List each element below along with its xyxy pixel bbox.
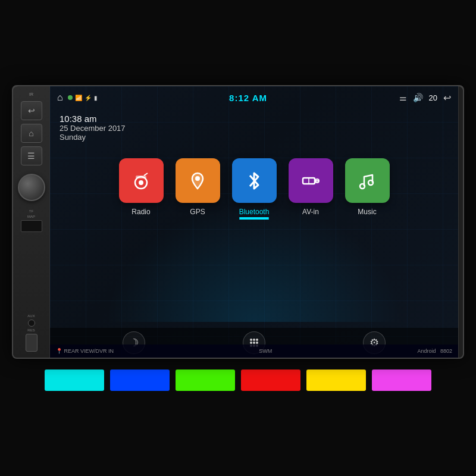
active-underline: [239, 218, 269, 220]
avin-icon-box: [289, 158, 333, 203]
svg-point-1: [139, 180, 143, 185]
swatch-cyan[interactable]: [45, 369, 104, 391]
status-bar: ⌂ 📶 ⚡ ▮ 8:12 AM ⚌ 🔊 20 ↩: [50, 86, 458, 109]
left-panel: IR ↩ ⌂ ☰ TF MAP AUX RES: [13, 86, 50, 358]
svg-rect-2: [136, 176, 146, 178]
ir-label: IR: [29, 92, 33, 96]
swatch-green[interactable]: [176, 369, 235, 391]
home-side-button[interactable]: ⌂: [21, 124, 42, 143]
footer-model: 8802: [440, 348, 452, 354]
main-screen: ⌂ 📶 ⚡ ▮ 8:12 AM ⚌ 🔊 20 ↩: [50, 86, 458, 358]
swatch-red[interactable]: [241, 369, 300, 391]
music-icon-box: [345, 158, 390, 203]
radio-icon-box: [119, 158, 164, 203]
res-switch[interactable]: [26, 334, 37, 352]
status-icons: 📶 ⚡ ▮: [68, 95, 98, 101]
svg-point-12: [253, 339, 255, 341]
swatch-magenta[interactable]: [372, 369, 431, 391]
avin-svg: [299, 170, 322, 192]
radio-label: Radio: [131, 208, 150, 216]
wifi-icon: 📶: [75, 95, 82, 101]
datetime-section: 10:38 am 25 December 2017 Sunday: [50, 109, 458, 146]
day-display: Sunday: [60, 133, 449, 142]
svg-point-16: [256, 342, 258, 344]
stereo-unit-wrapper: IR ↩ ⌂ ☰ TF MAP AUX RES: [12, 85, 464, 391]
app-radio[interactable]: Radio: [119, 158, 164, 216]
gps-svg: [186, 170, 209, 192]
swatch-blue[interactable]: [110, 369, 170, 391]
screen-footer: 📍 REAR VIEW/DVR IN SWM Android 8802: [50, 345, 458, 358]
footer-left: 📍 REAR VIEW/DVR IN: [56, 348, 114, 354]
back-side-button[interactable]: ↩: [21, 101, 42, 120]
bt-icon-box: [232, 158, 277, 203]
aux-label: AUX: [27, 314, 35, 318]
home-icon[interactable]: ⌂: [57, 92, 63, 103]
right-panel: [458, 86, 463, 358]
svg-point-9: [360, 184, 365, 189]
footer-right: Android 8802: [417, 348, 452, 354]
aux-section: AUX RES: [26, 314, 37, 352]
svg-point-14: [250, 342, 252, 344]
app-avin[interactable]: AV-in: [289, 158, 333, 216]
app-music[interactable]: Music: [345, 158, 390, 216]
radio-svg: [130, 170, 152, 192]
status-left: ⌂ 📶 ⚡ ▮: [57, 92, 98, 103]
screen-container: ⌂ 📶 ⚡ ▮ 8:12 AM ⚌ 🔊 20 ↩: [50, 86, 458, 358]
tf-label: TF: [29, 209, 33, 213]
music-label: Music: [358, 208, 376, 216]
clock-display: 8:12 AM: [229, 93, 267, 103]
app-bluetooth[interactable]: Bluetooth: [232, 158, 277, 216]
avin-label: AV-in: [302, 208, 319, 216]
footer-center: SWM: [259, 348, 272, 354]
svg-point-11: [250, 339, 252, 341]
gps-label: GPS: [190, 208, 205, 216]
color-swatches: [45, 369, 431, 391]
volume-knob[interactable]: [18, 174, 45, 201]
equalizer-icon[interactable]: ⚌: [399, 93, 407, 102]
svg-point-13: [256, 339, 258, 341]
bluetooth-label: Bluetooth: [239, 208, 270, 216]
menu-side-button[interactable]: ☰: [21, 146, 42, 165]
svg-point-10: [368, 180, 373, 185]
aux-jack[interactable]: [28, 320, 35, 327]
back-icon[interactable]: ↩: [443, 92, 451, 104]
app-gps[interactable]: GPS: [176, 158, 220, 216]
map-label: MAP: [27, 215, 35, 218]
svg-point-4: [195, 176, 200, 181]
signal-dot: [68, 95, 73, 100]
date-display: 25 December 2017: [60, 124, 449, 133]
svg-point-15: [253, 342, 255, 344]
swatch-yellow[interactable]: [306, 369, 366, 391]
volume-number: 20: [429, 93, 437, 102]
tf-slot[interactable]: [21, 220, 42, 232]
apps-row: Radio GPS: [50, 152, 458, 222]
status-right: ⚌ 🔊 20 ↩: [399, 92, 451, 104]
battery-icon: ▮: [94, 95, 98, 101]
time-display: 10:38 am: [60, 114, 449, 124]
res-label: RES: [27, 328, 35, 332]
bluetooth-status-icon: ⚡: [84, 95, 92, 101]
tf-section: TF MAP: [21, 209, 42, 232]
bt-svg: [245, 170, 263, 192]
music-svg: [356, 170, 378, 192]
svg-line-3: [144, 173, 148, 176]
volume-icon[interactable]: 🔊: [413, 93, 423, 102]
stereo-unit: IR ↩ ⌂ ☰ TF MAP AUX RES: [12, 85, 464, 359]
footer-os: Android: [417, 348, 436, 354]
gps-icon-box: [176, 158, 220, 203]
